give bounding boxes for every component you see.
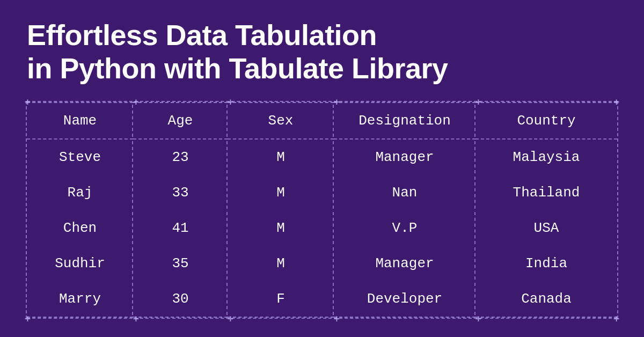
cell-1-4: Thailand	[475, 175, 617, 210]
cell-1-0: Raj	[27, 175, 133, 210]
corner-b4: +	[334, 313, 340, 324]
bottom-border: + + + + + +	[27, 318, 617, 319]
cell-1-2: M	[228, 175, 334, 210]
cell-3-2: M	[228, 246, 334, 281]
cell-2-3: V.P	[334, 210, 475, 246]
cell-1-3: Nan	[334, 175, 475, 210]
main-container: Effortless Data Tabulationin Python with…	[27, 18, 617, 319]
table-section: + + + + + + Name Age Sex Designation	[27, 101, 617, 319]
col-header-sex: Sex	[228, 102, 334, 139]
data-table: Name Age Sex Designation Country Steve23…	[27, 102, 617, 318]
table-row: Chen41MV.PUSA	[27, 210, 617, 246]
cell-4-1: 30	[133, 281, 228, 317]
cell-0-4: Malaysia	[475, 139, 617, 175]
cell-4-3: Developer	[334, 281, 475, 317]
corner-b5: +	[475, 313, 481, 324]
cell-2-2: M	[228, 210, 334, 246]
table-header-row: Name Age Sex Designation Country	[27, 102, 617, 139]
cell-2-1: 41	[133, 210, 228, 246]
page-title: Effortless Data Tabulationin Python with…	[27, 18, 617, 85]
corner-b2: +	[133, 313, 139, 324]
cell-3-3: Manager	[334, 246, 475, 281]
table-row: Raj33MNanThailand	[27, 175, 617, 210]
cell-0-3: Manager	[334, 139, 475, 175]
cell-2-0: Chen	[27, 210, 133, 246]
table-body: Steve23MManagerMalaysiaRaj33MNanThailand…	[27, 139, 617, 317]
cell-4-2: F	[228, 281, 334, 317]
table-row: Sudhir35MManagerIndia	[27, 246, 617, 281]
cell-3-0: Sudhir	[27, 246, 133, 281]
cell-0-1: 23	[133, 139, 228, 175]
col-header-age: Age	[133, 102, 228, 139]
table-row: Steve23MManagerMalaysia	[27, 139, 617, 175]
cell-4-0: Marry	[27, 281, 133, 317]
table-row: Marry30FDeveloperCanada	[27, 281, 617, 317]
cell-1-1: 33	[133, 175, 228, 210]
cell-3-4: India	[475, 246, 617, 281]
corner-b3: +	[228, 313, 233, 324]
cell-2-4: USA	[475, 210, 617, 246]
right-border	[617, 101, 618, 319]
cell-3-1: 35	[133, 246, 228, 281]
cell-0-2: M	[228, 139, 334, 175]
corner-br: +	[613, 313, 619, 324]
cell-4-4: Canada	[475, 281, 617, 317]
left-border	[26, 101, 27, 319]
col-header-designation: Designation	[334, 102, 475, 139]
cell-0-0: Steve	[27, 139, 133, 175]
col-header-country: Country	[475, 102, 617, 139]
col-header-name: Name	[27, 102, 133, 139]
